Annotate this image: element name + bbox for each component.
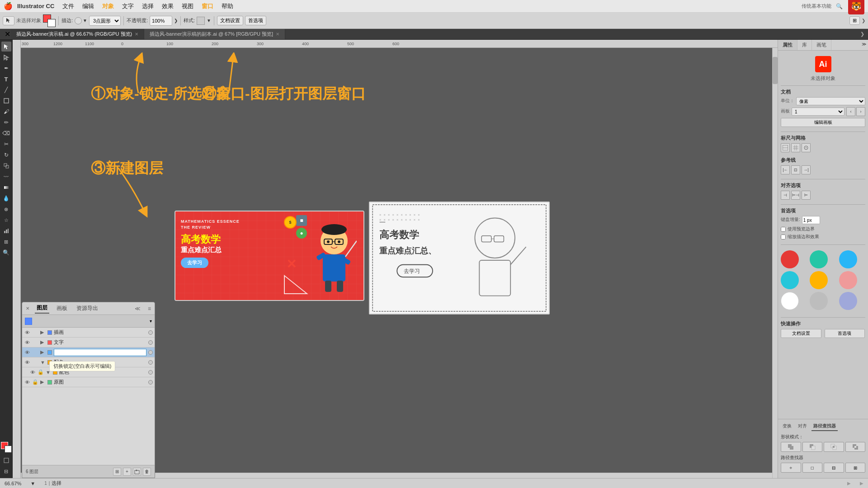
menu-effect[interactable]: 效果 [158, 1, 177, 11]
preferences-btn[interactable]: 首选项 [245, 16, 266, 25]
align-pixel-checkbox[interactable] [781, 235, 786, 239]
align-left-btn[interactable]: ⊣ [781, 191, 790, 200]
edit-artboard-btn[interactable]: 编辑画板 [781, 118, 865, 127]
opacity-input[interactable] [150, 16, 172, 26]
rectangle-tool[interactable] [1, 96, 11, 106]
paintbrush-tool[interactable]: 🖌 [1, 107, 11, 117]
snap-btn[interactable] [802, 143, 811, 152]
slice-tool[interactable]: ⊞ [1, 237, 11, 247]
layer-row-0[interactable]: 👁 🔒 ▶ 插画 [22, 328, 155, 338]
doc-settings-btn[interactable]: 文档设置 [217, 16, 243, 25]
rpanel-tab-library[interactable]: 库 [797, 40, 812, 50]
align-right-btn[interactable]: ⊢ [802, 191, 811, 200]
intersect-btn[interactable] [824, 442, 844, 452]
unite-btn[interactable] [781, 442, 801, 452]
layer-target-0[interactable] [148, 330, 153, 335]
layer-target-5[interactable] [148, 380, 153, 385]
guide-btn3[interactable]: →| [802, 165, 811, 174]
quick-doc-settings-btn[interactable]: 文档设置 [781, 329, 821, 338]
tab-2[interactable]: 插边风-banner演示稿的副本.ai @ 67% [RGB/GPU 预览] ✕ [144, 29, 285, 39]
tab-pathfinder[interactable]: 路径查找器 [811, 422, 838, 431]
ruler-btn[interactable] [781, 143, 790, 152]
apple-menu[interactable]: 🍎 [4, 2, 13, 10]
eraser-tool[interactable]: ⌫ [1, 128, 11, 138]
rpanel-collapse-btn[interactable]: ≫ [860, 40, 868, 50]
layer-lock-5[interactable]: 🔒 [32, 379, 38, 385]
selection-tool-btn[interactable] [3, 16, 14, 25]
layers-menu-btn[interactable]: ≡ [148, 305, 151, 312]
scale-tool[interactable] [1, 161, 11, 171]
swatch-blue[interactable] [839, 250, 857, 268]
tab-align[interactable]: 对齐 [796, 422, 809, 431]
eyedropper-tool[interactable]: 💧 [1, 193, 11, 203]
draw-mode-normal[interactable] [1, 455, 11, 465]
symbol-tool[interactable]: ☆ [1, 215, 11, 225]
layers-tab-layers[interactable]: 图层 [35, 303, 49, 314]
layer-lock-3[interactable]: 🔒 [32, 359, 38, 365]
keyboard-increment-input[interactable] [802, 216, 820, 224]
blend-tool[interactable]: ⊗ [1, 204, 11, 214]
rotate-tool[interactable]: ↻ [1, 150, 11, 160]
tab-panel-icon[interactable]: ✕ [4, 31, 11, 38]
new-layer-btn[interactable] [133, 468, 141, 476]
tab-2-close[interactable]: ✕ [276, 32, 279, 37]
artboard-prev[interactable]: ‹ [846, 107, 855, 116]
zoom-down-btn[interactable]: ▼ [30, 481, 35, 486]
warp-tool[interactable]: 〰 [1, 172, 11, 182]
make-clip-mask-btn[interactable]: ⊞ [113, 468, 121, 476]
layer-row-5[interactable]: 👁 🔒 ▶ 原图 [22, 377, 155, 387]
stroke-style-select[interactable]: 3点圆形 [89, 16, 121, 26]
tab-transform[interactable]: 变换 [781, 422, 793, 431]
layers-close-btn[interactable]: ✕ [26, 306, 29, 311]
fill-stroke-indicator[interactable] [43, 14, 56, 27]
minus-front-btn[interactable] [802, 442, 823, 452]
swatch-indigo[interactable] [839, 292, 857, 310]
layer-expand-1[interactable]: ▶ [40, 339, 46, 345]
guide-btn1[interactable]: |← [781, 165, 790, 174]
merge-btn[interactable]: ⊟ [824, 463, 844, 473]
menu-view[interactable]: 视图 [178, 1, 197, 11]
arrange-btn[interactable]: ⊞ [849, 16, 860, 25]
layers-collapse-btn[interactable]: ≪ [135, 305, 141, 312]
layer-target-4[interactable] [148, 370, 153, 375]
layers-tab-artboards[interactable]: 画板 [55, 304, 69, 313]
line-tool[interactable]: ╱ [1, 85, 11, 95]
guide-btn2[interactable]: ⊡ [791, 165, 800, 174]
swatch-amber[interactable] [810, 271, 828, 289]
menu-select[interactable]: 选择 [138, 1, 157, 11]
bar-chart-tool[interactable] [1, 226, 11, 236]
layer-expand-5[interactable]: ▶ [40, 379, 46, 385]
layer-lock-1[interactable]: 🔒 [32, 339, 38, 345]
rpanel-tab-brushes[interactable]: 画笔 [812, 40, 831, 50]
layer-target-3[interactable] [148, 360, 153, 365]
layer-name-edit-2[interactable] [54, 349, 146, 356]
layer-visibility-1[interactable]: 👁 [24, 340, 30, 345]
menu-object[interactable]: 对象 [99, 1, 118, 11]
divide-btn[interactable]: ÷ [781, 463, 801, 473]
new-sublayer-btn[interactable]: + [123, 468, 131, 476]
status-arrow-btn[interactable]: ▶ [847, 481, 851, 486]
vscroll[interactable] [772, 48, 778, 478]
layer-expand-3[interactable]: ▼ [40, 360, 46, 365]
swatch-red[interactable] [781, 250, 799, 268]
swatch-pink[interactable] [839, 271, 857, 289]
status-arrow2-btn[interactable]: ▶ [860, 481, 863, 486]
delete-layer-btn[interactable]: 🗑 [143, 468, 151, 476]
swatch-white[interactable] [781, 292, 799, 310]
pencil-tool[interactable]: ✏ [1, 117, 11, 127]
tab-overflow-btn[interactable]: ❯ [860, 31, 864, 37]
trim-btn[interactable]: □ [802, 463, 823, 473]
tab-1-close[interactable]: ✕ [135, 32, 138, 37]
swatch-cyan[interactable] [781, 271, 799, 289]
grid-btn[interactable] [791, 143, 800, 152]
direct-selection-tool[interactable] [1, 52, 11, 62]
menu-file[interactable]: 文件 [59, 1, 78, 11]
type-tool[interactable]: T [1, 74, 11, 84]
fill-stroke-small[interactable] [1, 442, 12, 453]
layer-row-1[interactable]: 👁 🔒 ▶ 文字 [22, 338, 155, 347]
align-center-h-btn[interactable]: ⊢⊣ [791, 191, 800, 200]
tab-1[interactable]: 插边风-banner演示稿.ai @ 66.67% (RGB/GPU 预览) ✕ [11, 29, 144, 39]
quick-prefs-btn[interactable]: 首选项 [825, 329, 865, 338]
layer-visibility-3[interactable]: 👁 [24, 360, 30, 365]
selection-tool[interactable] [1, 42, 11, 52]
